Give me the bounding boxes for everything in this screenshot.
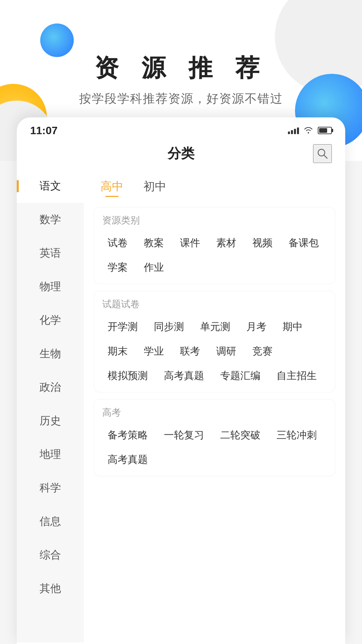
tag-学案[interactable]: 学案 xyxy=(102,258,133,277)
section-title-1: 试题试卷 xyxy=(102,298,327,311)
sidebar-item-其他[interactable]: 其他 xyxy=(17,572,84,605)
tab-初中[interactable]: 初中 xyxy=(140,176,170,197)
section-title-2: 高考 xyxy=(102,406,327,419)
tag-二轮突破[interactable]: 二轮突破 xyxy=(215,426,266,445)
search-button[interactable] xyxy=(313,144,332,163)
tag-备考策略[interactable]: 备考策略 xyxy=(102,426,153,445)
tag-试卷[interactable]: 试卷 xyxy=(102,233,133,253)
tag-视频[interactable]: 视频 xyxy=(247,233,278,253)
tag-三轮冲刺[interactable]: 三轮冲刺 xyxy=(271,426,322,445)
sidebar-item-地理[interactable]: 地理 xyxy=(17,438,84,471)
page-title: 资 源 推 荐 xyxy=(0,52,362,84)
sidebar-item-英语[interactable]: 英语 xyxy=(17,236,84,270)
tag-课件[interactable]: 课件 xyxy=(175,233,205,253)
tag-期末[interactable]: 期末 xyxy=(102,342,133,361)
sidebar-item-生物[interactable]: 生物 xyxy=(17,337,84,371)
right-content: 高中初中 资源类别试卷教案课件素材视频备课包学案作业试题试卷开学测同步测单元测月… xyxy=(84,169,345,642)
section-0: 资源类别试卷教案课件素材视频备课包学案作业 xyxy=(94,207,335,284)
nav-bar: 分类 xyxy=(17,138,345,169)
tag-自主招生[interactable]: 自主招生 xyxy=(271,366,322,385)
battery-icon xyxy=(318,127,332,134)
tag-高考真题[interactable]: 高考真题 xyxy=(102,450,153,469)
tag-作业[interactable]: 作业 xyxy=(138,258,169,277)
tag-月考[interactable]: 月考 xyxy=(241,317,272,336)
sidebar-item-化学[interactable]: 化学 xyxy=(17,304,84,337)
tag-专题汇编[interactable]: 专题汇编 xyxy=(215,366,266,385)
phone-frame: 11:07 分类 xyxy=(17,117,345,644)
sidebar-item-物理[interactable]: 物理 xyxy=(17,270,84,304)
tags-container-2: 备考策略一轮复习二轮突破三轮冲刺高考真题 xyxy=(102,426,327,469)
tag-调研[interactable]: 调研 xyxy=(211,342,242,361)
status-bar: 11:07 xyxy=(17,117,345,138)
sidebar-item-语文[interactable]: 语文 xyxy=(17,169,84,203)
tag-开学测[interactable]: 开学测 xyxy=(102,317,143,336)
section-title-0: 资源类别 xyxy=(102,214,327,227)
nav-title: 分类 xyxy=(168,144,194,163)
tag-素材[interactable]: 素材 xyxy=(211,233,242,253)
tag-单元测[interactable]: 单元测 xyxy=(195,317,236,336)
section-1: 试题试卷开学测同步测单元测月考期中期末学业联考调研竞赛模拟预测高考真题专题汇编自… xyxy=(94,291,335,392)
section-2: 高考备考策略一轮复习二轮突破三轮冲刺高考真题 xyxy=(94,399,335,476)
tabs-container: 高中初中 xyxy=(90,169,339,200)
tags-container-0: 试卷教案课件素材视频备课包学案作业 xyxy=(102,233,327,277)
tags-container-1: 开学测同步测单元测月考期中期末学业联考调研竞赛模拟预测高考真题专题汇编自主招生 xyxy=(102,317,327,385)
tag-竞赛[interactable]: 竞赛 xyxy=(247,342,278,361)
wifi-icon xyxy=(304,125,313,136)
svg-line-1 xyxy=(324,155,327,158)
tag-高考真题[interactable]: 高考真题 xyxy=(159,366,209,385)
sidebar-item-数学[interactable]: 数学 xyxy=(17,203,84,236)
tag-模拟预测[interactable]: 模拟预测 xyxy=(102,366,153,385)
tag-备课包[interactable]: 备课包 xyxy=(283,233,324,253)
sidebar: 语文数学英语物理化学生物政治历史地理科学信息综合其他 xyxy=(17,169,84,642)
sidebar-item-政治[interactable]: 政治 xyxy=(17,371,84,404)
tag-一轮复习[interactable]: 一轮复习 xyxy=(159,426,209,445)
status-icons xyxy=(288,125,332,136)
tag-同步测[interactable]: 同步测 xyxy=(148,317,189,336)
tag-期中[interactable]: 期中 xyxy=(277,317,308,336)
sidebar-item-信息[interactable]: 信息 xyxy=(17,505,84,538)
tab-高中[interactable]: 高中 xyxy=(97,176,127,197)
page-subtitle: 按学段学科推荐资源，好资源不错过 xyxy=(0,91,362,107)
tag-联考[interactable]: 联考 xyxy=(175,342,205,361)
main-content: 语文数学英语物理化学生物政治历史地理科学信息综合其他 高中初中 资源类别试卷教案… xyxy=(17,169,345,642)
sidebar-item-科学[interactable]: 科学 xyxy=(17,471,84,505)
signal-icon xyxy=(288,127,299,134)
status-time: 11:07 xyxy=(30,124,58,137)
sidebar-item-历史[interactable]: 历史 xyxy=(17,404,84,438)
sidebar-item-综合[interactable]: 综合 xyxy=(17,538,84,572)
tag-学业[interactable]: 学业 xyxy=(138,342,169,361)
tag-教案[interactable]: 教案 xyxy=(138,233,169,253)
